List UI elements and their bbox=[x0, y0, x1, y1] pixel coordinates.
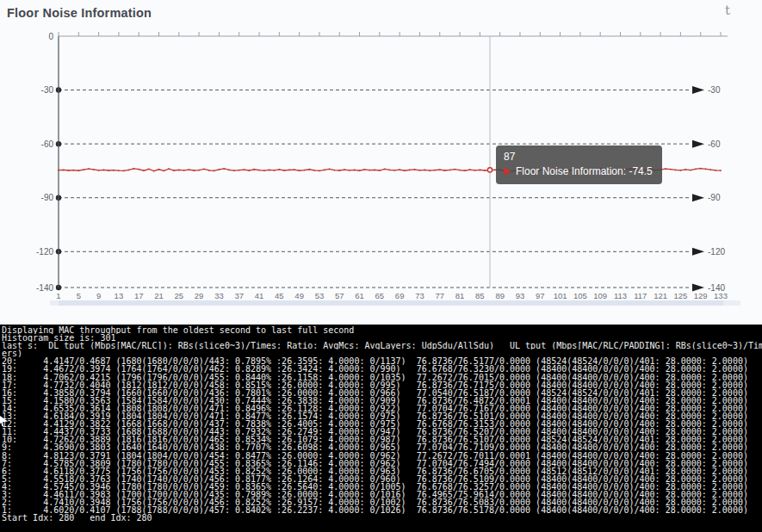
series-point bbox=[173, 170, 175, 171]
series-point bbox=[469, 169, 471, 170]
series-marker-icon bbox=[504, 167, 511, 176]
series-point bbox=[193, 170, 195, 171]
terminal-line: Start Idx: 280 end Idx: 280 bbox=[2, 514, 762, 522]
series-point bbox=[429, 170, 431, 171]
series-point bbox=[690, 170, 691, 171]
series-point bbox=[219, 169, 220, 170]
series-point bbox=[709, 169, 711, 170]
series-point bbox=[223, 168, 225, 170]
series-point bbox=[123, 170, 125, 172]
x-axis-label: 133 bbox=[714, 291, 728, 300]
x-axis-label: 33 bbox=[214, 291, 224, 300]
x-axis-label: 25 bbox=[175, 291, 184, 300]
series-point bbox=[153, 170, 155, 172]
terminal-output[interactable]: Displaying MAC throughput from the oldes… bbox=[0, 325, 762, 532]
series-point bbox=[665, 168, 666, 170]
x-axis-label: 93 bbox=[516, 291, 525, 300]
terminal-line: 6: 4.6118/0.3775 (1756(1756/0/0/0)/453: … bbox=[2, 467, 762, 475]
series-point bbox=[313, 170, 315, 171]
terminal-line: 8: 4.8123/0.3791 (1804(1804/0/0/0)/454: … bbox=[2, 452, 762, 460]
series-point bbox=[73, 170, 75, 171]
x-axis-label: 9 bbox=[96, 291, 101, 300]
series-point bbox=[203, 168, 205, 170]
series-point bbox=[258, 170, 260, 171]
series-point bbox=[459, 170, 461, 171]
series-point bbox=[419, 170, 421, 171]
series-point bbox=[679, 170, 681, 171]
chart-scrollbar-thumb[interactable] bbox=[59, 300, 723, 306]
series-point bbox=[720, 170, 722, 171]
series-point bbox=[158, 169, 160, 170]
series-point bbox=[349, 170, 350, 171]
terminal-line: 13: 4.6184/0.3919 (1804(1804/0/0/0)/471:… bbox=[2, 412, 762, 420]
series-point bbox=[404, 170, 406, 171]
terminal-line: 7: 4.5785/0.3809 (1780(1780/0/0/0)/455: … bbox=[2, 460, 762, 467]
terminal-line: 12: 4.4129/0.3822 (1668(1668/0/0/0)/437:… bbox=[2, 420, 762, 428]
series-point bbox=[344, 169, 345, 170]
series-point bbox=[108, 170, 109, 171]
chart-tooltip: 87 Floor Noise Information: -74.5 bbox=[496, 145, 662, 184]
series-point bbox=[354, 169, 356, 170]
markline-arrow-icon bbox=[692, 248, 704, 256]
x-axis-label: 13 bbox=[115, 291, 124, 300]
series-point bbox=[434, 170, 436, 171]
series-point bbox=[189, 169, 190, 170]
x-axis-label: 57 bbox=[335, 291, 344, 300]
series-point bbox=[88, 168, 90, 170]
terminal-line: ers) bbox=[2, 350, 762, 357]
x-axis-label: 117 bbox=[634, 291, 647, 300]
terminal-line: 16: 4.3858/0.3794 (1660(1660/0/0/0)/436:… bbox=[2, 389, 762, 397]
series-point bbox=[449, 169, 451, 170]
terminal-line: 9: 4.3690/0.3803 (1640(1640/0/0/0)/438: … bbox=[2, 443, 762, 451]
x-axis-label: 29 bbox=[195, 291, 204, 300]
chart-scrollbar[interactable] bbox=[50, 300, 740, 306]
y-axis-label: -120 bbox=[36, 247, 53, 257]
tooltip-series-value: Floor Noise Information: -74.5 bbox=[516, 164, 653, 178]
series-point bbox=[103, 169, 105, 170]
terminal-line: 3: 4.4611/0.3983 (1700(1700/0/0/0)/435: … bbox=[2, 491, 762, 498]
x-axis-label: 89 bbox=[495, 291, 505, 300]
series-point bbox=[715, 170, 716, 171]
y-axis-label: -140 bbox=[36, 283, 53, 293]
x-axis-label: 121 bbox=[654, 291, 667, 300]
series-point bbox=[374, 169, 375, 170]
series-point bbox=[409, 169, 411, 170]
series-point bbox=[93, 169, 95, 170]
terminal-line: 17: 4.7732/0.4040 (1812(1812/0/0/0)/458:… bbox=[2, 381, 762, 389]
x-axis-label: 77 bbox=[435, 291, 444, 300]
terminal-line: 2: 4.7410/0.3948 (1756(1756/0/0/0)/456: … bbox=[2, 498, 762, 506]
series-point bbox=[98, 170, 100, 171]
series-point bbox=[479, 169, 480, 170]
series-point bbox=[444, 170, 446, 171]
series-point bbox=[379, 170, 381, 171]
series-point bbox=[464, 170, 466, 171]
series-point bbox=[143, 170, 145, 171]
y-axis-label: -30 bbox=[41, 85, 54, 95]
y-axis-label: -90 bbox=[41, 193, 54, 202]
series-point bbox=[118, 170, 120, 171]
terminal-line: last s: DL tput (Mbps[MAC/RLC]): RBs(sli… bbox=[2, 342, 762, 350]
series-point bbox=[233, 170, 235, 171]
hover-point bbox=[487, 168, 492, 172]
series-point bbox=[319, 170, 320, 172]
series-point bbox=[244, 169, 245, 170]
x-axis-label: 69 bbox=[395, 291, 405, 300]
series-point bbox=[384, 168, 386, 170]
series-point bbox=[148, 168, 150, 170]
markline-arrow-icon bbox=[692, 86, 704, 94]
terminal-line: 10: 4.7262/0.3889 (1816(1816/0/0/0)/465:… bbox=[2, 436, 762, 443]
x-axis-label: 105 bbox=[573, 291, 587, 300]
series-point bbox=[399, 169, 400, 170]
series-point bbox=[439, 169, 441, 170]
series-point bbox=[113, 170, 115, 171]
series-point bbox=[363, 169, 365, 170]
x-axis-label: 81 bbox=[455, 291, 465, 300]
x-axis-label: 49 bbox=[294, 291, 304, 300]
series-point bbox=[299, 170, 300, 171]
series-point bbox=[334, 170, 336, 171]
x-axis-label: 21 bbox=[154, 291, 164, 300]
series-point bbox=[670, 169, 672, 170]
series-point bbox=[163, 170, 164, 172]
series-point bbox=[484, 170, 486, 171]
markline-arrow-icon bbox=[692, 194, 704, 201]
